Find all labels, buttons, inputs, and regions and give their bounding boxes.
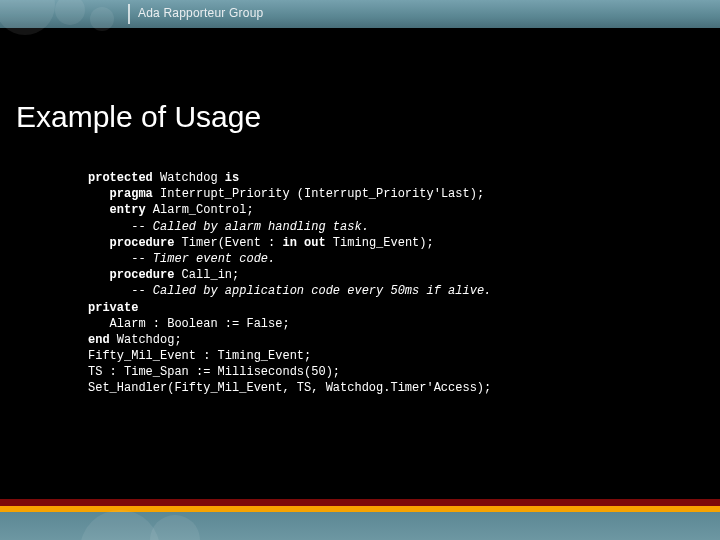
- code-line: entry Alarm_Control;: [88, 202, 680, 218]
- code-text: TS : Time_Span := Milliseconds(50);: [88, 365, 340, 379]
- code-line: -- Timer event code.: [88, 251, 680, 267]
- code-comment: -- Called by application code every 50ms…: [131, 284, 491, 298]
- code-line: procedure Call_in;: [88, 267, 680, 283]
- code-keyword: protected: [88, 171, 153, 185]
- footer-stripe-red: [0, 499, 720, 506]
- code-keyword: is: [225, 171, 239, 185]
- code-text: Watchdog;: [110, 333, 182, 347]
- code-comment: -- Timer event code.: [131, 252, 275, 266]
- code-line: Fifty_Mil_Event : Timing_Event;: [88, 348, 680, 364]
- decorative-blob: [0, 0, 55, 35]
- code-line: protected Watchdog is: [88, 170, 680, 186]
- code-comment: -- Called by alarm handling task.: [131, 220, 369, 234]
- code-keyword: entry: [110, 203, 146, 217]
- code-text: Fifty_Mil_Event : Timing_Event;: [88, 349, 311, 363]
- code-keyword: procedure: [110, 268, 175, 282]
- code-keyword: private: [88, 301, 138, 315]
- code-line: TS : Time_Span := Milliseconds(50);: [88, 364, 680, 380]
- code-line: end Watchdog;: [88, 332, 680, 348]
- code-text: Interrupt_Priority (Interrupt_Priority'L…: [153, 187, 484, 201]
- code-block: protected Watchdog is pragma Interrupt_P…: [88, 170, 680, 397]
- code-line: Set_Handler(Fifty_Mil_Event, TS, Watchdo…: [88, 380, 680, 396]
- decorative-blob: [55, 0, 85, 25]
- code-line: -- Called by application code every 50ms…: [88, 283, 680, 299]
- code-line: private: [88, 300, 680, 316]
- header-group-label: Ada Rapporteur Group: [138, 6, 263, 20]
- decorative-blob: [90, 7, 114, 31]
- decorative-blob: [80, 510, 160, 540]
- code-keyword: procedure: [110, 236, 175, 250]
- code-keyword: in out: [282, 236, 325, 250]
- slide: Ada Rapporteur Group Example of Usage pr…: [0, 0, 720, 540]
- code-text: Timing_Event);: [326, 236, 434, 250]
- header-divider: [128, 4, 130, 24]
- code-line: Alarm : Boolean := False;: [88, 316, 680, 332]
- code-text: Set_Handler(Fifty_Mil_Event, TS, Watchdo…: [88, 381, 491, 395]
- header-band: Ada Rapporteur Group: [0, 0, 720, 28]
- code-keyword: pragma: [110, 187, 153, 201]
- slide-title: Example of Usage: [16, 100, 261, 134]
- code-text: Watchdog: [153, 171, 225, 185]
- code-line: -- Called by alarm handling task.: [88, 219, 680, 235]
- footer-stripe-teal: [0, 512, 720, 540]
- code-text: Timer(Event :: [174, 236, 282, 250]
- code-line: procedure Timer(Event : in out Timing_Ev…: [88, 235, 680, 251]
- footer: [0, 498, 720, 540]
- code-text: Alarm_Control;: [146, 203, 254, 217]
- code-text: Alarm : Boolean := False;: [110, 317, 290, 331]
- code-line: pragma Interrupt_Priority (Interrupt_Pri…: [88, 186, 680, 202]
- decorative-blob: [150, 515, 200, 540]
- code-keyword: end: [88, 333, 110, 347]
- code-text: Call_in;: [174, 268, 239, 282]
